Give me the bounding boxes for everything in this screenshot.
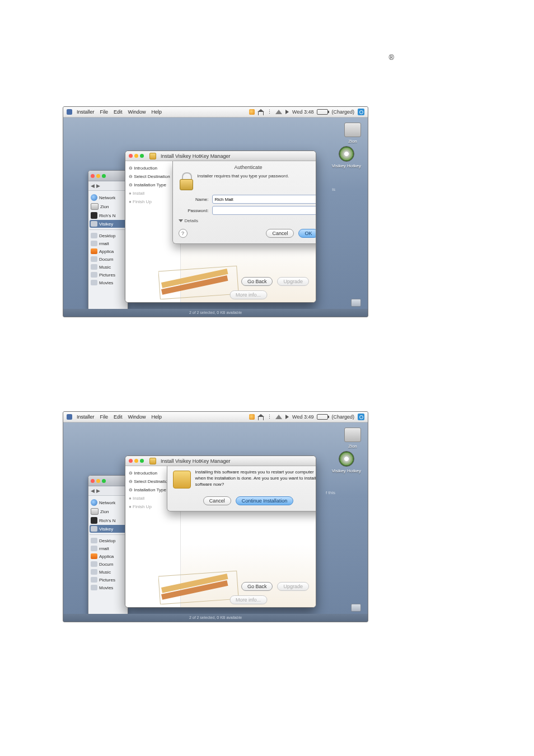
menubar-item[interactable]: Window: [128, 109, 146, 115]
menubar-item[interactable]: File: [100, 109, 109, 115]
sidebar-item-docum[interactable]: Docum: [90, 560, 127, 568]
installer-stage: Installing this software requires you to…: [181, 466, 316, 608]
go-back-button[interactable]: Go Back: [241, 277, 273, 286]
minimize-icon[interactable]: [134, 154, 138, 158]
upgrade-button[interactable]: Upgrade: [277, 582, 309, 591]
upgrade-button[interactable]: Upgrade: [277, 277, 309, 286]
menubar-item[interactable]: Window: [128, 414, 146, 420]
sidebar-item-zion[interactable]: Zion: [90, 507, 127, 516]
sidebar-item-visikey[interactable]: Visikey: [90, 220, 127, 228]
go-back-button[interactable]: Go Back: [241, 582, 273, 591]
status-icon[interactable]: [249, 414, 255, 420]
sidebar-item-label: Applica: [99, 554, 114, 559]
apple-menu-icon[interactable]: [67, 414, 72, 420]
nav-arrows[interactable]: ◀ ▶: [91, 488, 100, 494]
sidebar-item-label: rmalt: [99, 546, 109, 551]
password-label: Password:: [179, 208, 209, 213]
menubar-item[interactable]: Edit: [114, 414, 123, 420]
clock[interactable]: Wed 3:48: [292, 109, 313, 115]
installer-titlebar[interactable]: Install Visikey HotKey Manager: [125, 151, 316, 161]
folder-icon: [91, 233, 97, 238]
menubar-item[interactable]: Installer: [77, 414, 95, 420]
sidebar-item-label: Network: [99, 195, 115, 200]
menubar-item[interactable]: Help: [152, 414, 162, 420]
close-icon[interactable]: [129, 459, 133, 463]
minimize-icon[interactable]: [96, 174, 100, 178]
sidebar-item-movies[interactable]: Movies: [90, 279, 127, 287]
nav-arrows[interactable]: ◀ ▶: [91, 183, 100, 189]
finder-titlebar[interactable]: [88, 171, 128, 181]
window-resize-handle[interactable]: [351, 604, 361, 612]
desktop-hd[interactable]: Zion: [344, 123, 361, 144]
bt-icon[interactable]: ⋮: [267, 414, 272, 420]
wifi-icon[interactable]: [275, 415, 282, 419]
clock[interactable]: Wed 3:49: [292, 414, 313, 420]
wifi-icon[interactable]: [275, 110, 282, 114]
apple-menu-icon[interactable]: [67, 109, 72, 115]
continue-installation-button[interactable]: Continue Installation: [236, 496, 294, 505]
sidebar-item-applica[interactable]: Applica: [90, 247, 127, 255]
bt-icon[interactable]: ⋮: [267, 109, 272, 115]
password-field[interactable]: [212, 206, 317, 215]
close-icon[interactable]: [91, 174, 95, 178]
sidebar-item-docum[interactable]: Docum: [90, 255, 127, 263]
sidebar-item-music[interactable]: Music: [90, 263, 127, 271]
zoom-icon[interactable]: [102, 174, 106, 178]
sidebar-item-network[interactable]: Network: [90, 193, 127, 202]
desktop-hd[interactable]: Zion: [344, 428, 361, 449]
zoom-icon[interactable]: [102, 479, 106, 483]
restart-required-sheet: Installing this software requires you to…: [167, 466, 317, 511]
more-info-button[interactable]: More info...: [229, 595, 267, 604]
menubar-item[interactable]: File: [100, 414, 109, 420]
battery-icon[interactable]: [317, 109, 328, 115]
home-icon[interactable]: [258, 111, 264, 115]
details-disclosure[interactable]: Details: [179, 218, 317, 223]
finder-titlebar[interactable]: [88, 476, 128, 486]
menubar-item[interactable]: Edit: [114, 109, 123, 115]
sidebar-item-network[interactable]: Network: [90, 498, 127, 507]
help-button[interactable]: ?: [179, 229, 188, 238]
folder-icon: [91, 256, 97, 262]
sidebar-item-rich's n[interactable]: Rich's N: [90, 211, 127, 220]
lock-icon: [179, 172, 193, 190]
ok-button[interactable]: OK: [298, 229, 316, 238]
sidebar-item-rich's n[interactable]: Rich's N: [90, 516, 127, 525]
desktop-cd[interactable]: Visikey Hotkey: [332, 146, 361, 168]
minimize-icon[interactable]: [134, 459, 138, 463]
desktop-cd[interactable]: Visikey Hotkey: [332, 451, 361, 473]
status-icon[interactable]: [249, 109, 255, 115]
zoom-icon[interactable]: [140, 154, 144, 158]
sidebar-item-desktop[interactable]: Desktop: [90, 232, 127, 240]
spotlight-icon[interactable]: [358, 414, 364, 420]
cancel-button[interactable]: Cancel: [203, 496, 231, 505]
sidebar-item-zion[interactable]: Zion: [90, 202, 127, 211]
minimize-icon[interactable]: [96, 479, 100, 483]
spotlight-icon[interactable]: [358, 109, 364, 115]
sidebar-item-label: Pictures: [99, 273, 115, 278]
ipod-icon: [91, 517, 97, 524]
sidebar-item-pictures[interactable]: Pictures: [90, 271, 127, 279]
menubar-item[interactable]: Installer: [77, 109, 95, 115]
more-info-button[interactable]: More info...: [229, 290, 267, 299]
cancel-button[interactable]: Cancel: [266, 229, 294, 238]
sidebar-item-visikey[interactable]: Visikey: [90, 525, 127, 533]
sidebar-item-rmalt[interactable]: rmalt: [90, 240, 127, 247]
close-icon[interactable]: [91, 479, 95, 483]
volume-icon[interactable]: [285, 415, 289, 419]
battery-icon[interactable]: [317, 414, 328, 420]
home-icon[interactable]: [258, 416, 264, 420]
volume-icon[interactable]: [285, 110, 289, 114]
name-field[interactable]: [212, 195, 317, 204]
sidebar-item-rmalt[interactable]: rmalt: [90, 544, 127, 552]
sidebar-item-applica[interactable]: Applica: [90, 552, 127, 560]
window-resize-handle[interactable]: [351, 299, 361, 307]
installer-titlebar[interactable]: Install Visikey HotKey Manager: [125, 456, 316, 466]
sidebar-item-desktop[interactable]: Desktop: [90, 537, 127, 544]
menubar-item[interactable]: Help: [152, 109, 162, 115]
zoom-icon[interactable]: [140, 459, 144, 463]
sidebar-item-label: Music: [99, 265, 111, 270]
sidebar-item-music[interactable]: Music: [90, 568, 127, 576]
sidebar-item-pictures[interactable]: Pictures: [90, 576, 127, 584]
close-icon[interactable]: [129, 154, 133, 158]
sidebar-item-movies[interactable]: Movies: [90, 584, 127, 591]
